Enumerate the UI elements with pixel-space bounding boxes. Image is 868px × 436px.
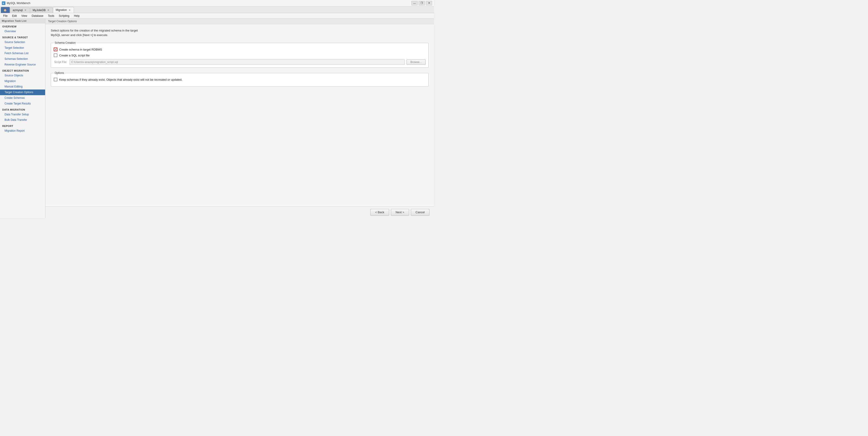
- intro-line-2: MySQL server and click [Next >] to execu…: [51, 33, 429, 37]
- intro-line-1: Select options for the creation of the m…: [51, 28, 429, 33]
- sidebar-item-migration[interactable]: Migration: [0, 78, 45, 84]
- tab-bar: 🏠 azmysql ✕ MyJolieDB ✕ Migration ✕: [0, 6, 434, 13]
- script-file-label: Script File:: [54, 61, 68, 64]
- sidebar-header: Migration Task List: [0, 19, 45, 23]
- checkbox-row-keep-schemas: Keep schemas if they already exist. Obje…: [54, 78, 426, 81]
- restore-button[interactable]: ❐: [418, 1, 425, 5]
- checkbox-row-sql-script: Create a SQL script file: [54, 54, 426, 57]
- checkbox-rdbms[interactable]: ✓: [54, 47, 57, 51]
- sidebar-item-reverse-engineer[interactable]: Reverse Engineer Source: [0, 62, 45, 68]
- bottom-bar: < Back Next > Cancel: [45, 206, 434, 218]
- content-body: Select options for the creation of the m…: [45, 24, 434, 206]
- tab-myjolie[interactable]: MyJolieDB ✕: [30, 7, 53, 13]
- section-source-target: SOURCE & TARGET: [0, 34, 45, 39]
- sidebar-item-target-selection[interactable]: Target Selection: [0, 45, 45, 51]
- menu-help[interactable]: Help: [72, 14, 82, 18]
- minimize-button[interactable]: —: [411, 1, 418, 5]
- sidebar-item-manual-editing[interactable]: Manual Editing: [0, 84, 45, 90]
- menu-file[interactable]: File: [1, 14, 10, 18]
- section-report: REPORT: [0, 123, 45, 128]
- cancel-button[interactable]: Cancel: [411, 209, 430, 216]
- back-button[interactable]: < Back: [370, 209, 389, 216]
- sidebar-item-data-transfer[interactable]: Data Transfer Setup: [0, 112, 45, 118]
- menu-view[interactable]: View: [19, 14, 29, 18]
- tab-close-migration[interactable]: ✕: [68, 9, 71, 11]
- checkbox-sql-script[interactable]: [54, 54, 57, 57]
- sidebar-item-overview[interactable]: Overview: [0, 29, 45, 34]
- app-title: MySQL Workbench: [7, 2, 410, 5]
- tab-label-azmysql: azmysql: [13, 9, 23, 12]
- tab-close-myjolie[interactable]: ✕: [47, 9, 50, 11]
- section-object-migration: OBJECT MIGRATION: [0, 68, 45, 73]
- content-header-title: Target Creation Options: [48, 20, 77, 23]
- sidebar-item-schemas-selection[interactable]: Schemas Selection: [0, 56, 45, 62]
- main-layout: Migration Task List OVERVIEW Overview SO…: [0, 19, 434, 218]
- sidebar-item-bulk-transfer[interactable]: Bulk Data Transfer: [0, 117, 45, 123]
- schema-creation-legend: Schema Creation: [54, 41, 76, 44]
- app-icon: M: [2, 1, 5, 5]
- label-sql-script[interactable]: Create a SQL script file: [59, 54, 90, 57]
- tab-azmysql[interactable]: azmysql ✕: [10, 7, 30, 13]
- menu-bar: File Edit View Database Tools Scripting …: [0, 13, 434, 19]
- sidebar-item-fetch-schemas[interactable]: Fetch Schemas List: [0, 51, 45, 56]
- home-icon: 🏠: [3, 9, 7, 12]
- tab-migration[interactable]: Migration ✕: [53, 7, 74, 13]
- menu-database[interactable]: Database: [29, 14, 45, 18]
- tab-label-migration: Migration: [56, 8, 67, 11]
- content-header: Target Creation Options: [45, 19, 434, 24]
- menu-scripting[interactable]: Scripting: [57, 14, 72, 18]
- sidebar: Migration Task List OVERVIEW Overview SO…: [0, 19, 45, 218]
- svg-text:M: M: [3, 2, 4, 4]
- sidebar-item-source-selection[interactable]: Source Selection: [0, 39, 45, 45]
- tab-home[interactable]: 🏠: [1, 7, 10, 13]
- intro-text: Select options for the creation of the m…: [51, 28, 429, 37]
- options-legend: Options: [54, 71, 65, 74]
- sidebar-item-target-creation[interactable]: Target Creation Options: [0, 90, 45, 95]
- content-area: Target Creation Options Select options f…: [45, 19, 434, 218]
- checkbox-keep-schemas[interactable]: [54, 78, 57, 81]
- window-controls: — ❐ ✕: [411, 1, 432, 5]
- menu-edit[interactable]: Edit: [10, 14, 19, 18]
- section-data-migration: DATA MIGRATION: [0, 106, 45, 112]
- schema-creation-group: Schema Creation ✓ Create schema in targe…: [51, 41, 429, 68]
- next-button[interactable]: Next >: [391, 209, 409, 216]
- sidebar-item-create-schemas[interactable]: Create Schemas: [0, 95, 45, 101]
- section-overview: OVERVIEW: [0, 23, 45, 29]
- options-group: Options Keep schemas if they already exi…: [51, 71, 429, 87]
- menu-tools[interactable]: Tools: [45, 14, 57, 18]
- sidebar-item-create-target[interactable]: Create Target Results: [0, 101, 45, 106]
- tab-label-myjolie: MyJolieDB: [33, 9, 45, 12]
- label-keep-schemas[interactable]: Keep schemas if they already exist. Obje…: [59, 78, 182, 81]
- tab-close-azmysql[interactable]: ✕: [24, 9, 27, 11]
- title-bar: M MySQL Workbench — ❐ ✕: [0, 0, 434, 6]
- close-button[interactable]: ✕: [426, 1, 432, 5]
- sidebar-item-source-objects[interactable]: Source Objects: [0, 73, 45, 78]
- checkbox-row-rdbms: ✓ Create schema in target RDBMS: [54, 47, 426, 51]
- browse-button[interactable]: Browse...: [407, 59, 426, 65]
- checkmark-rdbms: ✓: [55, 48, 57, 51]
- sidebar-item-migration-report[interactable]: Migration Report: [0, 128, 45, 134]
- script-file-input[interactable]: [70, 59, 405, 65]
- script-file-row: Script File: Browse...: [54, 59, 426, 65]
- label-rdbms[interactable]: Create schema in target RDBMS: [59, 48, 102, 51]
